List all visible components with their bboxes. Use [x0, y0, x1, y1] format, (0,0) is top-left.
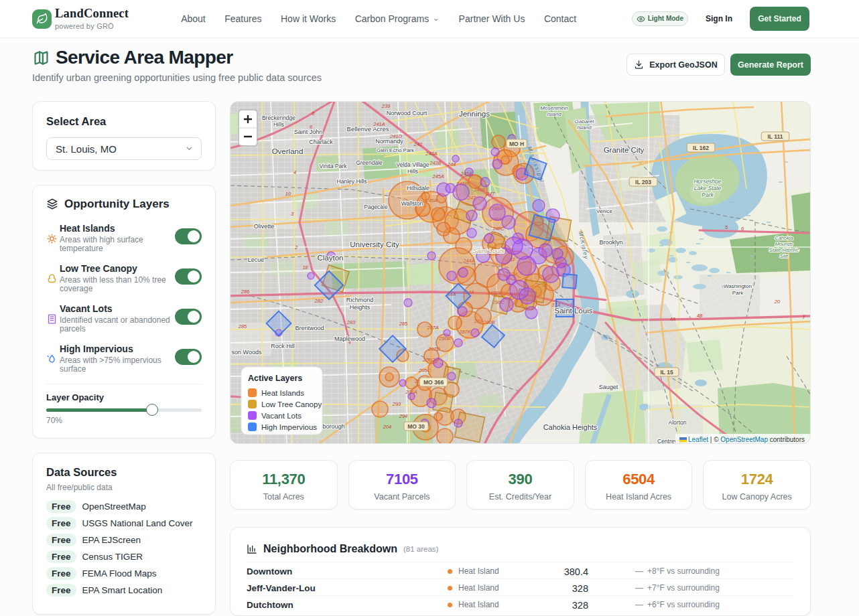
svg-text:Cahokia: Cahokia: [775, 235, 793, 241]
svg-text:242: 242: [413, 141, 423, 147]
svg-text:lborough: lborough: [321, 423, 344, 430]
svg-text:Glen Echo Park: Glen Echo Park: [377, 147, 415, 153]
svg-text:son Woods: son Woods: [232, 349, 262, 356]
svg-text:245A: 245A: [432, 173, 444, 179]
svg-text:Heat Islands: Heat Islands: [261, 389, 304, 397]
svg-text:Alorton: Alorton: [669, 419, 687, 426]
svg-text:Leaflet | © OpenStreetMap cont: Leaflet | © OpenStreetMap contributors: [688, 436, 805, 443]
svg-text:IL 203: IL 203: [635, 179, 651, 185]
svg-text:State Historic: State Historic: [769, 247, 799, 253]
svg-text:University City: University City: [350, 240, 399, 248]
svg-text:Pagecale: Pagecale: [364, 204, 388, 210]
svg-text:Brentwood: Brentwood: [295, 325, 324, 331]
svg-text:Clayton: Clayton: [318, 254, 344, 262]
svg-text:Vinita Park: Vinita Park: [320, 163, 348, 169]
svg-text:Greendale: Greendale: [356, 159, 383, 166]
svg-text:MO 366: MO 366: [423, 379, 444, 386]
svg-text:Charlack: Charlack: [309, 139, 333, 145]
svg-text:Cahokia Heights: Cahokia Heights: [543, 423, 598, 431]
svg-text:Gabaret: Gabaret: [575, 119, 595, 125]
svg-text:283: 283: [346, 319, 356, 325]
svg-text:294: 294: [399, 413, 408, 419]
svg-text:Horseshoe: Horseshoe: [693, 178, 721, 185]
svg-text:Island: Island: [547, 111, 561, 117]
svg-text:4B: 4B: [696, 313, 702, 319]
svg-text:IL 162: IL 162: [693, 145, 709, 151]
svg-text:20: 20: [774, 299, 781, 305]
svg-text:Mounds: Mounds: [775, 241, 793, 247]
svg-text:286: 286: [241, 289, 250, 295]
svg-text:285: 285: [238, 323, 247, 329]
svg-text:Lecue: Lecue: [248, 256, 265, 263]
svg-text:Norwood Court: Norwood Court: [387, 110, 427, 117]
svg-text:Hills: Hills: [407, 168, 418, 175]
svg-text:243B: 243B: [429, 160, 442, 166]
svg-text:Island: Island: [577, 125, 592, 131]
svg-text:Park: Park: [702, 191, 714, 198]
svg-text:4: 4: [293, 169, 296, 175]
svg-text:High Impervious: High Impervious: [261, 423, 317, 431]
svg-text:4A: 4A: [669, 316, 675, 322]
svg-text:Breckenridge: Breckenridge: [262, 114, 295, 121]
svg-text:293: 293: [392, 401, 401, 407]
svg-text:MO H: MO H: [509, 141, 524, 147]
svg-text:Hills: Hills: [273, 121, 284, 128]
svg-text:285: 285: [399, 321, 408, 327]
svg-text:IL 15: IL 15: [660, 369, 673, 376]
svg-text:Site: Site: [780, 253, 789, 259]
svg-text:Overland: Overland: [272, 147, 304, 155]
svg-text:Velda Village: Velda Village: [397, 161, 430, 168]
svg-text:Wallston: Wallston: [401, 200, 423, 207]
svg-text:Brooklyn: Brooklyn: [599, 239, 622, 246]
svg-text:1E: 1E: [302, 264, 309, 271]
svg-text:2: 2: [294, 244, 298, 250]
svg-text:Saint Louis: Saint Louis: [555, 307, 593, 315]
svg-text:Washington: Washington: [724, 283, 752, 289]
svg-text:282: 282: [314, 298, 324, 304]
svg-text:Hillsdale: Hillsdale: [407, 185, 430, 191]
svg-text:MO 30: MO 30: [407, 423, 425, 430]
svg-text:Maplewood: Maplewood: [334, 335, 365, 342]
svg-text:Jennings: Jennings: [459, 110, 490, 118]
svg-text:Rock Hill: Rock Hill: [271, 343, 295, 350]
svg-text:Olivette: Olivette: [254, 223, 275, 230]
svg-text:IL 111: IL 111: [767, 133, 783, 140]
svg-text:Bellerive Acres: Bellerive Acres: [347, 125, 389, 133]
svg-text:Saint John: Saint John: [294, 129, 323, 135]
svg-text:Low Tree Canopy: Low Tree Canopy: [261, 400, 322, 408]
svg-text:Normandy: Normandy: [375, 138, 403, 145]
svg-text:Richmond: Richmond: [346, 297, 374, 303]
svg-text:Saint Louis: Saint Louis: [472, 247, 504, 254]
svg-text:Hanley Hills: Hanley Hills: [337, 178, 367, 185]
svg-text:Park: Park: [732, 290, 744, 296]
svg-text:Sauget: Sauget: [599, 384, 618, 390]
svg-text:204: 204: [383, 424, 392, 430]
svg-text:Active Layers: Active Layers: [248, 374, 302, 383]
svg-text:Granite City: Granite City: [604, 146, 645, 154]
svg-text:Lake State: Lake State: [694, 185, 722, 191]
svg-text:239: 239: [381, 103, 391, 109]
svg-text:Vacant Lots: Vacant Lots: [261, 412, 302, 420]
svg-text:10: 10: [285, 191, 291, 197]
svg-text:Mosenthein: Mosenthein: [540, 105, 568, 111]
svg-text:243A: 243A: [425, 151, 438, 157]
svg-text:Venice: Venice: [596, 208, 613, 214]
svg-text:Heights: Heights: [350, 304, 371, 311]
